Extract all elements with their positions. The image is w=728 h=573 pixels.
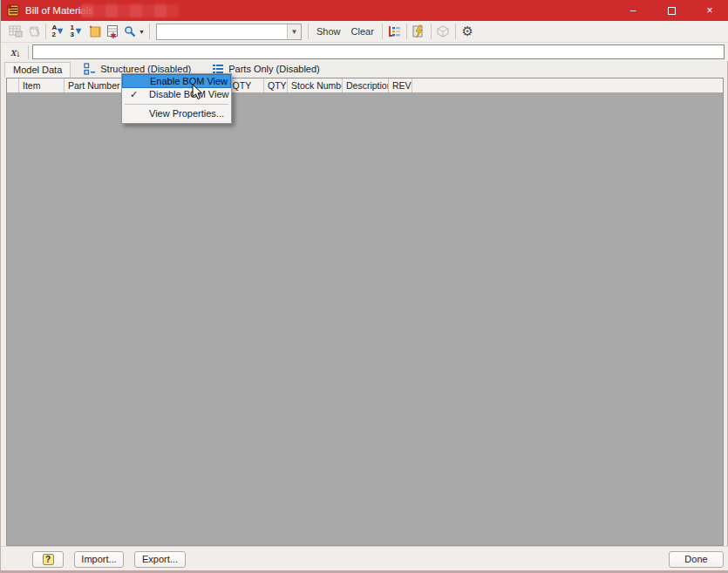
maximize-button[interactable] bbox=[652, 0, 691, 21]
tab-label: Parts Only (Disabled) bbox=[228, 64, 320, 74]
show-button[interactable]: Show bbox=[311, 24, 346, 38]
combo-dropdown-button[interactable]: ▼ bbox=[287, 24, 301, 39]
formula-separator bbox=[28, 45, 29, 59]
column-header-rev[interactable]: REV bbox=[389, 78, 412, 92]
export-button[interactable]: Export... bbox=[134, 551, 186, 568]
add-custom-column-button[interactable] bbox=[85, 23, 104, 41]
close-button[interactable]: × bbox=[691, 0, 728, 21]
svg-text:✱: ✱ bbox=[110, 31, 117, 39]
footer-bar: ? Import... Export... Done bbox=[1, 546, 728, 570]
column-header-part-number[interactable]: Part Number bbox=[65, 78, 122, 92]
formula-subscript-arrow-icon: ↓ bbox=[16, 51, 22, 58]
toolbar-separator bbox=[455, 24, 456, 39]
checkmark-icon: ✓ bbox=[130, 88, 138, 101]
clear-button[interactable]: Clear bbox=[346, 24, 379, 38]
filter-value bbox=[157, 24, 287, 39]
tab-label: Model Data bbox=[13, 65, 62, 75]
maximize-icon bbox=[668, 7, 676, 15]
toolbar-separator bbox=[308, 24, 309, 39]
title-bar: Bill of Materials – × bbox=[1, 0, 728, 21]
column-header-stock-number[interactable]: Stock Number bbox=[288, 78, 343, 92]
export-table-icon bbox=[9, 24, 23, 38]
formula-toggle-button[interactable]: x↓ bbox=[5, 44, 26, 60]
column-header-description[interactable]: Description bbox=[343, 78, 389, 92]
help-icon: ? bbox=[43, 554, 54, 565]
minimize-button[interactable]: – bbox=[614, 0, 652, 21]
table-header-row: Item Part Number T Unit QTY QTY Stock Nu… bbox=[7, 78, 723, 93]
sort-numeric-icon: 1 3 ▼ bbox=[70, 24, 84, 38]
dialog-window: Bill of Materials – × A bbox=[0, 0, 728, 573]
menu-item-enable-bom-view[interactable]: Enable BOM View bbox=[122, 74, 231, 88]
tab-model-data[interactable]: Model Data bbox=[4, 62, 71, 78]
toolbar-separator bbox=[45, 24, 46, 39]
toolbar-separator bbox=[382, 24, 383, 39]
table-body-empty[interactable] bbox=[7, 93, 723, 545]
lightning-icon bbox=[412, 24, 425, 38]
formula-bar: x↓ bbox=[1, 43, 728, 61]
model-view-button[interactable] bbox=[434, 23, 452, 41]
menu-item-label: Enable BOM View bbox=[150, 76, 228, 86]
export-bom-button[interactable] bbox=[6, 23, 24, 41]
menu-separator bbox=[125, 104, 228, 105]
column-header-qty[interactable]: QTY bbox=[264, 78, 288, 92]
formula-input[interactable] bbox=[32, 44, 725, 59]
add-note-icon bbox=[88, 24, 102, 38]
toolbar: A 2 ▼ 1 3 ▼ ✱ bbox=[1, 21, 728, 43]
update-button[interactable] bbox=[410, 23, 428, 41]
column-header-filler bbox=[412, 78, 723, 92]
view-options-button[interactable]: ▼ bbox=[122, 23, 146, 41]
renumber-items-button[interactable]: 1 3 ▼ bbox=[67, 23, 85, 41]
bom-app-icon bbox=[6, 3, 20, 17]
sort-items-button[interactable]: A 2 ▼ bbox=[49, 23, 67, 41]
column-header-item[interactable]: Item bbox=[19, 78, 65, 92]
merge-settings-icon: ✱ bbox=[106, 24, 120, 38]
cube-icon bbox=[436, 24, 450, 38]
help-button[interactable]: ? bbox=[32, 551, 64, 568]
chevron-down-icon: ▼ bbox=[291, 28, 298, 36]
tab-bar: Model Data Structured (Disabled) Parts O… bbox=[1, 61, 728, 78]
done-button[interactable]: Done bbox=[669, 551, 724, 568]
bom-view-context-menu: Enable BOM View ✓ Disable BOM View View … bbox=[121, 73, 232, 124]
bom-table: Item Part Number T Unit QTY QTY Stock Nu… bbox=[6, 78, 724, 546]
menu-item-label: View Properties... bbox=[149, 108, 224, 119]
toolbar-separator bbox=[406, 24, 407, 39]
structure-list-icon bbox=[387, 24, 401, 38]
sheets-icon bbox=[27, 24, 41, 38]
part-number-merge-settings-button[interactable]: ✱ bbox=[104, 23, 122, 41]
bom-structure-button[interactable] bbox=[385, 23, 404, 41]
copy-rows-button[interactable] bbox=[24, 23, 43, 41]
chevron-down-icon: ▼ bbox=[139, 29, 145, 35]
menu-item-disable-bom-view[interactable]: ✓ Disable BOM View bbox=[122, 88, 231, 102]
search-icon bbox=[124, 25, 137, 38]
gear-icon: ⚙ bbox=[462, 24, 473, 38]
mouse-cursor bbox=[192, 84, 204, 101]
toolbar-separator bbox=[431, 24, 432, 39]
column-header-rowselect[interactable] bbox=[7, 78, 19, 92]
import-button[interactable]: Import... bbox=[74, 551, 124, 568]
settings-button[interactable]: ⚙ bbox=[459, 23, 477, 41]
sort-alpha-icon: A 2 ▼ bbox=[51, 24, 65, 38]
toolbar-separator bbox=[149, 24, 150, 39]
menu-item-label: Disable BOM View bbox=[149, 89, 229, 99]
filter-combobox[interactable]: ▼ bbox=[156, 24, 302, 40]
structured-hierarchy-icon bbox=[84, 63, 96, 75]
menu-item-view-properties[interactable]: View Properties... bbox=[122, 107, 231, 121]
redacted-title-text bbox=[81, 4, 179, 17]
